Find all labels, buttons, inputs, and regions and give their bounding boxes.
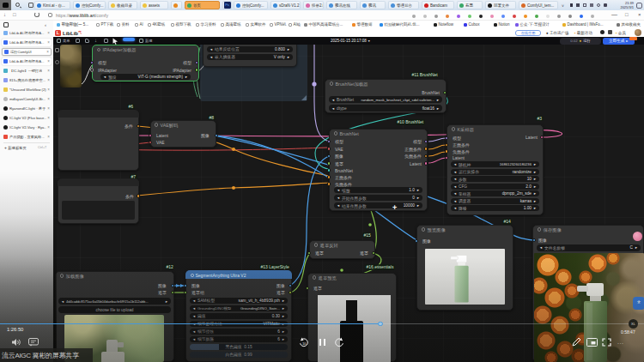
svg-text:10: 10 (302, 342, 306, 346)
